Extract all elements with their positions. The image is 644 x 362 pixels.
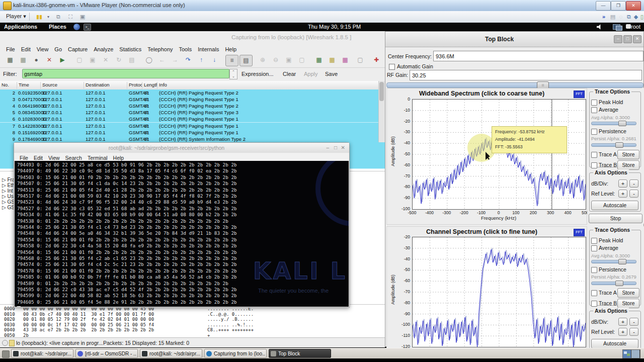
filter-dropdown-spinner[interactable]: ⌃⌄ [229,69,237,79]
center-frequency-input[interactable] [433,51,643,61]
capture-comment-icon[interactable] [9,340,15,346]
terminal-menu-edit[interactable]: Edit [34,155,43,161]
hex-offset[interactable]: 0030 [4,322,15,327]
menu-file[interactable]: File [6,46,15,52]
vmware-maximize-button[interactable]: ❐ [611,1,626,11]
channel-plot[interactable] [412,237,586,347]
terminal-content[interactable]: KALI L The quieter you become, the 79449… [15,161,349,307]
capture-filters-icon[interactable]: ▦ [313,55,325,65]
taskbar-item-4[interactable]: Capturing from lo (loo... [204,349,267,358]
kali-menu-icon[interactable] [73,24,80,30]
details-tree-item[interactable]: ▷ Fra [2,177,15,183]
average-checkbox[interactable] [591,107,597,113]
column-header-protocol[interactable]: Protocol [127,82,142,89]
details-tree-item[interactable]: ▷ Int [2,188,13,194]
wideband-plot[interactable] [412,99,586,210]
peak-hold-checkbox[interactable] [591,238,597,244]
terminal-minimize-button[interactable]: – [326,145,329,150]
capture-options-icon[interactable]: ▦ [17,55,29,65]
zoom-in-icon[interactable]: ⊕ [257,55,269,65]
ref-level-minus-button[interactable]: - [629,328,638,336]
terminal-menu-file[interactable]: File [20,155,28,161]
avg-alpha-slider[interactable] [591,260,636,263]
avg-alpha-slider-handle[interactable] [618,259,626,264]
reload-icon[interactable]: ↻ [113,55,125,65]
terminal-menu-view[interactable]: View [48,155,60,161]
topblock-minimize-button[interactable]: – [614,35,622,43]
persist-alpha-slider-handle[interactable] [615,142,623,148]
persistence-checkbox[interactable] [591,129,597,135]
hex-ascii[interactable]: ........ ..%.!... [207,322,254,327]
terminal-titlebar[interactable]: root@kali: ~/sdr/airprobe/gsm-receiver/s… [14,143,349,153]
start-capture-icon[interactable]: ● [30,55,42,65]
taskbar-item-1[interactable]: root@kali: ~/sdr/airpr... [11,349,73,358]
show-desktop-icon[interactable] [2,350,10,358]
terminal-menu-terminal[interactable]: Terminal [88,155,108,161]
go-bottom-icon[interactable]: ↓ [208,55,220,65]
rf-gain-slider-track[interactable] [386,82,643,88]
trace-a-checkbox[interactable] [591,152,597,158]
forward-icon[interactable]: → [169,55,181,65]
trace-b-checkbox[interactable] [591,162,597,168]
trace-a-store-button[interactable]: Store [617,288,639,298]
save-icon[interactable]: ▣ [87,55,99,65]
close-icon[interactable]: ✕ [100,55,112,65]
column-header-length[interactable]: Length [142,82,157,89]
trace-b-store-button[interactable]: Store [617,299,639,308]
unity-icon[interactable]: ⧉ [54,13,62,21]
terminal-close-button[interactable]: ✕ [341,145,345,150]
hex-offset[interactable]: 0010 [4,312,15,317]
coloring-rules-icon[interactable]: ▦ [339,55,351,65]
hex-bytes[interactable]: 00 00 00 0c 1f 17 02 00 00 00 25 06 21 0… [23,322,154,327]
topblock-maximize-button[interactable]: □ [623,35,632,43]
db-div-plus-button[interactable]: + [618,179,627,188]
applications-menu[interactable]: Applications [4,24,37,30]
db-div-minus-button[interactable]: - [629,179,638,188]
column-header-no[interactable]: No. [0,82,17,89]
menu-statistics[interactable]: Statistics [119,46,141,52]
menu-tools[interactable]: Tools [179,46,192,52]
persist-alpha-slider[interactable] [591,143,636,147]
taskbar-item-5[interactable]: Top Block [269,349,331,358]
zoom-out-icon[interactable]: ⊖ [270,55,282,65]
find-icon[interactable]: ◯ [143,55,155,65]
packet-row[interactable]: 80.151692000127.0.0.1127.0.0.1GSMTAP81(C… [0,129,385,136]
menu-capture[interactable]: Capture [68,46,88,52]
rf-gain-input[interactable] [410,70,642,80]
restart-capture-icon[interactable]: ▶ [56,55,68,65]
cd-icon[interactable]: ◌ [617,13,625,21]
hex-ascii[interactable]: .....y./ .B...... [207,317,254,322]
db-div-minus-button[interactable]: - [629,318,638,326]
usb-icon[interactable]: ▯ [638,13,644,21]
menu-view[interactable]: View [37,46,49,52]
library-panes-icon[interactable]: ▮▮ [35,13,43,21]
terminal-maximize-button[interactable]: □ [334,145,337,150]
menu-analyze[interactable]: Analyze [94,46,113,52]
db-div-plus-button[interactable]: + [618,318,627,326]
avg-alpha-slider-handle[interactable] [618,121,626,126]
average-checkbox[interactable] [591,245,597,251]
expand-chevron-icon[interactable]: » [600,13,608,21]
hex-bytes[interactable]: 00 43 0b c7 40 00 40 11 30 e1 7f 00 00 0… [23,312,154,317]
console-view-icon[interactable]: ▣ [78,13,87,21]
topblock-titlebar[interactable]: Top Block – □ ✕ [385,32,643,47]
persist-alpha-slider-handle[interactable] [615,281,623,286]
topblock-close-button[interactable]: ✕ [633,35,641,43]
autoscale-button[interactable]: Autoscale [591,201,638,210]
colorize-toggle-icon[interactable]: ≡ [225,55,238,66]
hex-offset[interactable]: 0020 [4,317,15,322]
channel-fft-button[interactable]: FFT [574,229,585,236]
workspace-1[interactable] [623,350,631,358]
vmware-minimize-button[interactable]: — [596,1,611,11]
column-header-info[interactable]: Info [157,82,382,89]
menu-edit[interactable]: Edit [21,46,31,52]
back-icon[interactable]: ← [156,55,168,65]
terminal-menu-search[interactable]: Search [65,155,82,161]
fullscreen-icon[interactable]: ⛶ [66,13,74,21]
hex-offset[interactable]: 0040 [4,327,15,332]
vmware-close-button[interactable]: ✕ [626,1,641,11]
menu-help[interactable]: Help [225,46,236,52]
persist-alpha-slider[interactable] [591,282,636,285]
zoom-100-icon[interactable]: ▣ [283,55,295,65]
details-tree-item[interactable]: ▷ Eth [2,183,15,188]
